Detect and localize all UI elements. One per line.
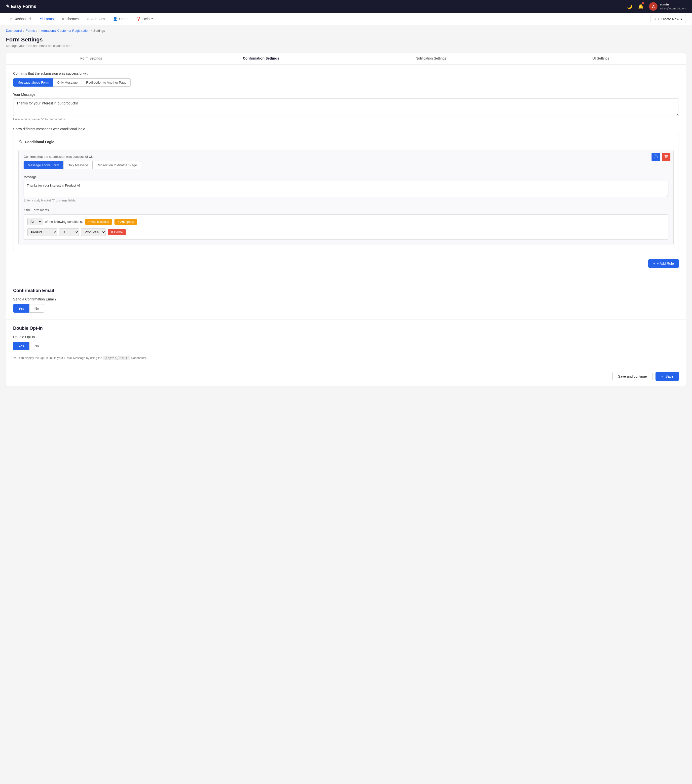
your-message-textarea[interactable]: Thanks for your interest in our products… (13, 99, 679, 116)
copy-icon (654, 155, 658, 160)
rule-conf-type-redirection[interactable]: Redirection to Another Page (92, 161, 141, 169)
double-optin-title: Double Opt-In (13, 326, 679, 331)
nav-label-dashboard: Dashboard (14, 17, 31, 21)
send-confirmation-yes-button[interactable]: Yes (13, 304, 29, 313)
conditional-logic-header: Conditional Logic (18, 139, 674, 145)
help-chevron-icon: ▾ (152, 17, 153, 20)
double-optin-yes-button[interactable]: Yes (13, 342, 29, 350)
footer-actions: Save and continue ✓ Save (6, 367, 686, 386)
condition-operator-select[interactable]: is is not (59, 228, 79, 236)
rule-message-hint: Enter a curly bracket "{" to merge field… (23, 199, 669, 202)
nav-items: ⌂ Dashboard Forms ◈ Themes ⊕ Add-Ons 👤 (6, 13, 157, 25)
dark-mode-button[interactable]: 🌙 (626, 3, 633, 10)
tab-notification-settings[interactable]: Notification Settings (346, 53, 516, 64)
rule-message-textarea[interactable]: Thanks for your interest in Product A! (23, 181, 669, 197)
save-label: Save (666, 374, 673, 378)
nav-item-forms[interactable]: Forms (35, 13, 58, 25)
tab-notification-settings-label: Notification Settings (416, 56, 446, 60)
breadcrumb-dashboard[interactable]: Dashboard (6, 29, 22, 33)
double-optin-yes-no: Yes No (13, 342, 679, 350)
confirmation-email-section: Confirmation Email Send a Confirmation E… (6, 282, 686, 313)
breadcrumb-form-name[interactable]: International Customer Registration (39, 29, 90, 33)
double-optin-no-label: No (35, 344, 39, 348)
conf-type-group: Message above Form Only Message Redirect… (13, 78, 679, 87)
conf-type-only-message[interactable]: Only Message (53, 78, 82, 87)
tab-ui-settings[interactable]: UI Settings (516, 53, 686, 64)
your-message-label: Your Message (13, 92, 679, 97)
add-cond-plus-icon: + (88, 220, 90, 224)
create-new-button[interactable]: + + Create New ▾ (651, 15, 686, 23)
main-nav: ⌂ Dashboard Forms ◈ Themes ⊕ Add-Ons 👤 (0, 13, 692, 25)
conf-type-message-above[interactable]: Message above Form (13, 78, 53, 87)
nav-label-themes: Themes (66, 17, 79, 21)
nav-label-help: Help (142, 17, 150, 21)
condition-delete-button[interactable]: ✕ Delete (108, 229, 126, 235)
add-rule-button[interactable]: + + Add Rule (648, 259, 679, 268)
breadcrumb-settings: Settings (93, 29, 105, 33)
themes-icon: ◈ (61, 16, 64, 21)
add-group-label: Add group (120, 220, 134, 224)
rule-delete-button[interactable] (662, 153, 671, 161)
double-optin-label: Double Opt-In (13, 335, 679, 339)
breadcrumb: Dashboard / Forms / International Custom… (0, 25, 692, 33)
create-new-label: + Create New (658, 17, 679, 21)
if-form-meets-label: If the Form meets (23, 208, 669, 212)
rule-conf-type-only-message[interactable]: Only Message (63, 161, 92, 169)
condition-field-select[interactable]: Product (27, 228, 57, 236)
save-button[interactable]: ✓ Save (656, 372, 679, 381)
confirmation-email-title: Confirmation Email (13, 288, 679, 293)
nav-item-themes[interactable]: ◈ Themes (58, 13, 83, 25)
user-name: admin (659, 2, 686, 7)
nav-item-users[interactable]: 👤 Users (109, 13, 132, 25)
condition-value-select[interactable]: Product A Product B (81, 228, 106, 236)
conf-type-redirection[interactable]: Redirection to Another Page (82, 78, 131, 87)
conditional-logic-icon (18, 139, 23, 145)
nav-item-dashboard[interactable]: ⌂ Dashboard (6, 13, 35, 25)
addons-icon: ⊕ (87, 16, 90, 21)
rule-confirms-label: Confirms that the submission was success… (23, 155, 669, 158)
add-condition-button[interactable]: + Add condition (85, 219, 112, 225)
double-optin-section: Double Opt-In Double Opt-In Yes No You c… (6, 326, 686, 367)
trash-icon (664, 155, 668, 160)
tab-form-settings[interactable]: Form Settings (6, 53, 176, 64)
user-email: admin@example.com (659, 7, 686, 10)
message-hint: Enter a curly bracket "{" to merge field… (13, 118, 679, 121)
optin-hint-prefix: You can display the Opt-In link in your … (13, 356, 103, 360)
svg-rect-4 (655, 156, 657, 158)
tab-ui-settings-label: UI Settings (593, 56, 609, 60)
rule-box: Confirms that the submission was success… (18, 150, 674, 245)
confirms-label: Confirms that the submission was success… (13, 71, 679, 76)
nav-label-addons: Add-Ons (91, 17, 105, 21)
breadcrumb-sep-1: / (23, 29, 24, 33)
plus-icon: + (654, 17, 656, 21)
send-confirmation-no-button[interactable]: No (29, 304, 44, 313)
notifications-button[interactable]: 🔔 (637, 3, 645, 10)
rule-copy-button[interactable] (652, 153, 660, 161)
home-icon: ⌂ (10, 16, 12, 21)
tab-form-settings-label: Form Settings (81, 56, 102, 60)
page-header: Form Settings Manage your form and email… (0, 33, 692, 53)
help-icon: ❓ (136, 16, 141, 21)
nav-item-help[interactable]: ❓ Help ▾ (132, 13, 157, 25)
user-menu[interactable]: A admin admin@example.com (649, 2, 686, 11)
add-rule-row: + + Add Rule (6, 255, 686, 275)
condition-row: Product is is not Product A Product B (27, 228, 665, 236)
notification-badge (642, 2, 644, 4)
breadcrumb-forms[interactable]: Forms (26, 29, 35, 33)
confirmation-settings-body: Confirms that the submission was success… (6, 64, 686, 250)
add-rule-plus-icon: + (653, 262, 655, 265)
add-group-button[interactable]: + Add group (114, 219, 137, 225)
save-continue-button[interactable]: Save and continue (612, 372, 652, 381)
user-info: admin admin@example.com (659, 2, 686, 10)
add-rule-label: + Add Rule (657, 262, 674, 265)
bell-icon: 🔔 (638, 4, 644, 9)
conditional-logic-label: Show different messages with conditional… (13, 127, 679, 131)
avatar-initial: A (652, 5, 654, 8)
double-optin-no-button[interactable]: No (29, 342, 44, 350)
rule-conf-type-message-above[interactable]: Message above Form (23, 161, 63, 169)
conditions-quantifier-select[interactable]: All Any (27, 218, 43, 225)
tab-confirmation-settings[interactable]: Confirmation Settings (176, 53, 346, 64)
nav-item-addons[interactable]: ⊕ Add-Ons (83, 13, 109, 25)
nav-label-users: Users (119, 17, 128, 21)
users-icon: 👤 (113, 16, 118, 21)
